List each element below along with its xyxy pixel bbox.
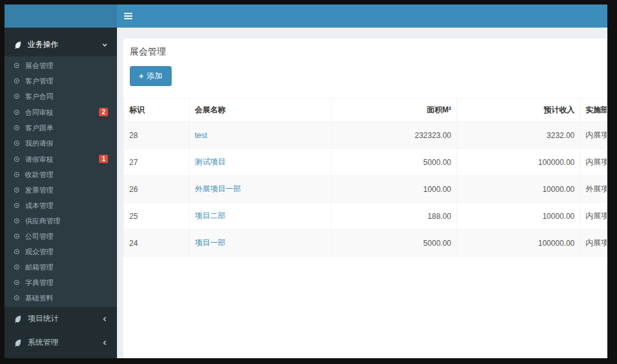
column-header-area: 面积M² (332, 99, 457, 122)
content-area: 展会管理 + 添加 标识 会展名称 面积M² 预计收入 实施部门 (117, 28, 607, 358)
sidebar-item-customer-followup[interactable]: 客户跟单 (4, 120, 117, 135)
list-item: 请假审核1 (4, 151, 117, 167)
exhibition-link[interactable]: 项目一部 (195, 238, 226, 247)
cell-income: 100000.00 (457, 149, 580, 176)
cell-name: test (190, 122, 332, 149)
list-item: 公司管理 (4, 229, 117, 244)
sidebar-item-dictionary-mgmt[interactable]: 字典管理 (4, 275, 117, 290)
circle-icon (14, 234, 19, 239)
exhibition-link[interactable]: 项目二部 (195, 211, 226, 220)
sidebar-item-basic-data[interactable]: 基础资料 (4, 290, 117, 306)
sidebar-item-supplier-mgmt[interactable]: 供应商管理 (4, 213, 117, 229)
cell-name: 外展项目一部 (190, 176, 332, 203)
sidebar-item-label: 字典管理 (25, 279, 53, 286)
sidebar-toggle-button[interactable] (117, 4, 139, 28)
table-row: 26 外展项目一部 1000.00 10000.00 外展项目 (124, 176, 607, 203)
cell-id: 24 (124, 230, 190, 257)
list-item: 观众管理 (4, 244, 117, 259)
sidebar-item-label: 供应商管理 (25, 217, 60, 225)
sidebar-item-label: 展会管理 (25, 62, 53, 69)
list-item: 客户合同 (4, 89, 117, 104)
sidebar-item-audience-mgmt[interactable]: 观众管理 (4, 244, 117, 259)
list-item: 发票管理 (4, 182, 117, 198)
cell-dept: 内展项目 (580, 149, 607, 176)
sidebar-section-label: 系统管理 (28, 337, 58, 348)
sidebar-item-label: 客户跟单 (25, 124, 53, 132)
table-row: 28 test 232323.00 3232.00 内展项目 (124, 122, 607, 149)
sidebar-item-leave-review[interactable]: 请假审核1 (4, 151, 117, 167)
sidebar-section-label: 业务操作 (28, 39, 58, 50)
exhibition-link[interactable]: 测试项目 (195, 157, 226, 166)
table-row: 25 项目二部 188.00 10000.00 内展项目 (124, 203, 607, 230)
sidebar-section-system-mgmt-toggle[interactable]: 系统管理 (4, 331, 117, 354)
sidebar-item-customer-mgmt[interactable]: 客户管理 (4, 73, 117, 89)
cell-name: 测试项目 (190, 149, 332, 176)
sidebar-item-invoice-mgmt[interactable]: 发票管理 (4, 182, 117, 198)
sidebar-item-label: 客户管理 (25, 77, 53, 85)
list-item: 字典管理 (4, 275, 117, 290)
sidebar-item-label: 收款管理 (25, 171, 53, 178)
list-item: 成本管理 (4, 198, 117, 213)
navbar-bar (117, 4, 607, 28)
circle-icon (14, 249, 19, 254)
page-title: 展会管理 (130, 46, 601, 58)
column-header-name: 会展名称 (190, 99, 332, 122)
table-row: 27 测试项目 5000.00 100000.00 内展项目 (124, 149, 607, 176)
add-button[interactable]: + 添加 (130, 66, 172, 86)
circle-icon (14, 187, 19, 193)
circle-icon (14, 63, 19, 68)
exhibition-link[interactable]: test (195, 131, 207, 140)
circle-icon (14, 110, 19, 115)
cell-area: 5000.00 (332, 230, 457, 257)
list-item: 展会管理 (4, 58, 117, 73)
cell-id: 26 (124, 176, 190, 203)
sidebar-section-system-mgmt: 系统管理 (4, 331, 117, 354)
exhibition-link[interactable]: 外展项目一部 (195, 184, 241, 193)
sidebar-submenu: 展会管理 客户管理 客户合同 合同审核2 客户跟单 我的请假 请假审核1 收款管… (4, 56, 117, 307)
circle-icon (14, 125, 19, 130)
sidebar-item-exhibition-mgmt[interactable]: 展会管理 (4, 58, 117, 73)
circle-icon (14, 295, 19, 300)
list-item: 客户管理 (4, 73, 117, 89)
cell-dept: 内展项目 (580, 230, 607, 257)
sidebar-section-project-stats: 项目统计 (4, 307, 117, 331)
leaf-icon (13, 40, 22, 49)
circle-icon (14, 78, 19, 83)
sidebar-item-company-mgmt[interactable]: 公司管理 (4, 229, 117, 244)
chevron-left-icon (102, 340, 108, 346)
plus-icon: + (139, 73, 144, 80)
cell-income: 10000.00 (457, 203, 580, 230)
status-badge: 1 (99, 155, 108, 163)
sidebar-logo-area (4, 4, 117, 28)
sidebar: 业务操作 展会管理 客户管理 客户合同 合同审核2 客户跟单 我的请假 请假审核… (4, 28, 117, 358)
sidebar-section-business-ops: 业务操作 展会管理 客户管理 客户合同 合同审核2 客户跟单 我的请假 请假审核… (4, 33, 117, 307)
sidebar-section-project-stats-toggle[interactable]: 项目统计 (4, 307, 117, 331)
circle-icon (14, 264, 19, 270)
list-item: 基础资料 (4, 290, 117, 306)
cell-income: 10000.00 (457, 176, 580, 203)
sidebar-item-customer-contract[interactable]: 客户合同 (4, 89, 117, 104)
circle-icon (14, 218, 19, 223)
cell-dept: 内展项目 (580, 203, 607, 230)
leaf-icon (13, 315, 22, 323)
sidebar-item-cost-mgmt[interactable]: 成本管理 (4, 198, 117, 213)
status-badge: 2 (99, 108, 108, 116)
cell-area: 5000.00 (332, 149, 457, 176)
app-window: 业务操作 展会管理 客户管理 客户合同 合同审核2 客户跟单 我的请假 请假审核… (4, 4, 607, 358)
circle-icon (14, 94, 19, 99)
sidebar-item-mailbox-mgmt[interactable]: 邮箱管理 (4, 259, 117, 275)
sidebar-section-business-ops-toggle[interactable]: 业务操作 (4, 33, 117, 56)
sidebar-item-label: 基础资料 (25, 294, 53, 302)
cell-income: 100000.00 (457, 230, 580, 257)
box-body: + 添加 标识 会展名称 面积M² 预计收入 实施部门 (123, 64, 607, 257)
sidebar-item-contract-review[interactable]: 合同审核2 (4, 104, 117, 120)
cell-id: 28 (124, 122, 190, 149)
sidebar-item-my-leave[interactable]: 我的请假 (4, 135, 117, 151)
sidebar-item-payment-mgmt[interactable]: 收款管理 (4, 167, 117, 182)
sidebar-item-label: 客户合同 (25, 92, 53, 100)
chevron-down-icon (102, 42, 108, 48)
cell-income: 3232.00 (457, 122, 580, 149)
cell-area: 232323.00 (332, 122, 457, 149)
list-item: 收款管理 (4, 167, 117, 182)
chevron-left-icon (102, 316, 108, 322)
